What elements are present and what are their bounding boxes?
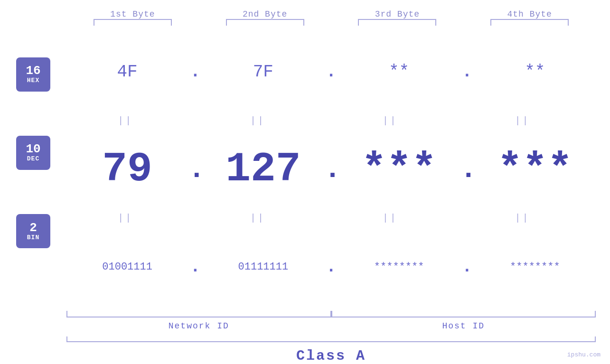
hex-b4-cell: ** [474,62,596,82]
bottom-area: Network ID Host ID Class A [0,308,610,364]
label-row: Network ID Host ID [66,321,596,331]
dec-b2-value: 127 [225,146,300,193]
eq1-b3: || [331,115,450,126]
byte1-header: 1st Byte [66,9,199,19]
hex-b4-value: ** [525,62,545,82]
equals-row-2: || || || || [66,211,596,225]
content-area: 16 HEX 10 DEC 2 BIN 4F . 7F [0,30,610,308]
dec-badge: 10 DEC [16,136,50,170]
eq1-b2: || [199,115,317,126]
dec-dot-3: . [460,153,474,186]
bin-b2-cell: 01111111 [202,261,324,273]
eq2-b1-sign: || [118,213,133,224]
top-bracket-cell-4 [463,19,596,26]
hex-b3-cell: ** [338,62,460,82]
top-bracket-3 [358,19,436,26]
hex-badge: 16 HEX [16,57,50,92]
eq1-b2-sign: || [250,115,265,126]
dec-row: 79 . 127 . *** . *** [66,128,596,211]
hex-badge-label: HEX [27,77,39,84]
host-id-label: Host ID [331,321,596,331]
eq2-b3-sign: || [383,213,398,224]
dec-b3-value: *** [361,146,436,193]
bin-badge: 2 BIN [16,214,50,248]
bin-dot-1: . [188,257,202,277]
badges-column: 16 HEX 10 DEC 2 BIN [0,30,66,308]
network-id-label: Network ID [66,321,331,331]
hex-b1-cell: 4F [66,62,188,82]
hex-badge-number: 16 [26,65,40,77]
hex-row: 4F . 7F . ** . ** [66,30,596,113]
hex-dot-3: . [460,62,474,82]
bin-badge-number: 2 [29,222,37,234]
bin-badge-label: BIN [27,234,39,241]
class-label: Class A [296,348,366,364]
eq2-b4: || [463,213,582,224]
eq2-b2: || [199,213,317,224]
top-bracket-cell-3 [331,19,464,26]
top-bracket-cell-2 [199,19,331,26]
hex-dot-2: . [324,62,338,82]
equals-row-1: || || || || [66,113,596,128]
dec-b3-cell: *** [338,146,460,193]
eq2-b1: || [66,213,185,224]
top-bracket-1 [94,19,172,26]
eq2-b3: || [331,213,450,224]
bin-b2-value: 01111111 [238,261,289,273]
eq2-b2-sign: || [250,213,265,224]
bin-b1-cell: 01001111 [66,261,188,273]
top-bracket-2 [226,19,304,26]
main-container: 1st Byte 2nd Byte 3rd Byte 4th Byte 16 H… [0,0,610,364]
rows-area: 4F . 7F . ** . ** || || [66,30,610,308]
hex-b2-value: 7F [253,62,273,82]
host-bracket [331,311,596,317]
eq1-b1: || [66,115,185,126]
hex-b2-cell: 7F [202,62,324,82]
eq1-b3-sign: || [383,115,398,126]
dec-b1-cell: 79 [66,146,188,193]
top-bracket-4 [490,19,569,26]
network-bracket [66,311,331,317]
class-label-row: Class A [66,348,596,364]
bottom-brackets [66,311,596,317]
dec-b4-cell: *** [474,146,596,193]
full-bracket [66,336,596,342]
dec-b2-cell: 127 [202,146,324,193]
top-bracket-cell-1 [66,19,199,26]
byte4-header: 4th Byte [463,9,596,19]
dec-badge-label: DEC [27,155,39,162]
bin-row: 01001111 . 01111111 . ******** . *******… [66,225,596,308]
eq2-b4-sign: || [515,213,530,224]
byte-headers: 1st Byte 2nd Byte 3rd Byte 4th Byte [0,9,610,19]
dec-b1-value: 79 [102,146,152,193]
hex-dot-1: . [188,62,202,82]
dec-dot-2: . [324,153,338,186]
byte3-header: 3rd Byte [331,9,464,19]
bin-b3-cell: ******** [338,261,460,273]
top-brackets-row [0,19,610,26]
byte2-header: 2nd Byte [199,9,331,19]
bin-dot-2: . [324,257,338,277]
eq1-b1-sign: || [118,115,133,126]
dec-badge-number: 10 [26,143,40,155]
bin-b4-cell: ******** [474,261,596,273]
dec-b4-value: *** [497,146,572,193]
watermark: ipshu.com [567,351,601,358]
dec-dot-1: . [188,153,202,186]
bin-b3-value: ******** [374,261,424,273]
bin-dot-3: . [460,257,474,277]
bin-b1-value: 01001111 [102,261,152,273]
hex-b3-value: ** [389,62,409,82]
bin-b4-value: ******** [510,261,560,273]
hex-b1-value: 4F [117,62,138,82]
eq1-b4-sign: || [515,115,530,126]
eq1-b4: || [463,115,582,126]
